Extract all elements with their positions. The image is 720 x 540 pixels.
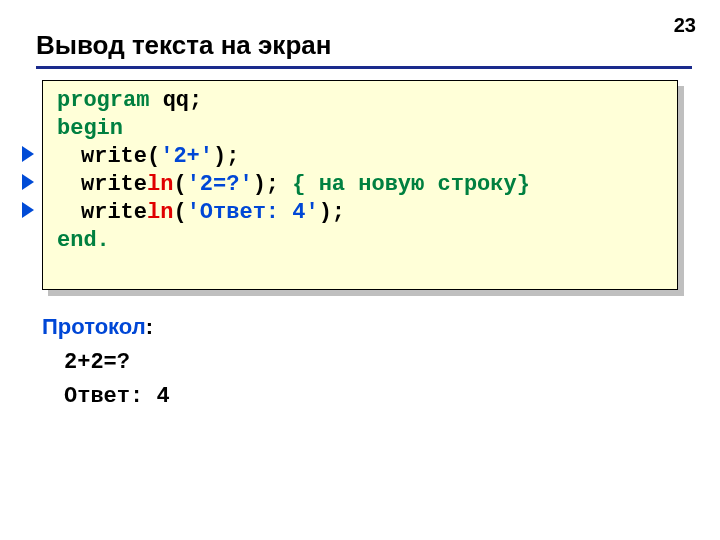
comment: { на новую строку} — [292, 172, 530, 197]
keyword-program: program — [57, 88, 163, 113]
protocol-word: Протокол — [42, 314, 146, 339]
close-paren: ); — [253, 172, 293, 197]
code-line-1: program qq; — [57, 87, 667, 115]
pointer-icon — [22, 174, 34, 190]
string-literal: '2+' — [160, 144, 213, 169]
fn-write-prefix: write — [81, 172, 147, 197]
code-line-3: write('2+'); — [57, 143, 667, 171]
page-number: 23 — [674, 14, 696, 37]
close-paren: ); — [319, 200, 345, 225]
code-box: program qq; begin write('2+'); writeln('… — [42, 80, 678, 290]
output-line-1: 2+2=? — [64, 350, 130, 375]
protocol-label: Протокол: — [42, 314, 153, 340]
string-literal: 'Ответ: 4' — [187, 200, 319, 225]
program-name: qq — [163, 88, 189, 113]
fn-ln-suffix: ln — [147, 200, 173, 225]
open-paren: ( — [173, 200, 186, 225]
keyword-begin: begin — [57, 116, 123, 141]
output-line-2: Ответ: 4 — [64, 384, 170, 409]
fn-ln-suffix: ln — [147, 172, 173, 197]
fn-write-prefix: write — [81, 200, 147, 225]
page-title: Вывод текста на экран — [36, 30, 331, 61]
pointer-icon — [22, 202, 34, 218]
open-paren: ( — [173, 172, 186, 197]
keyword-end: end. — [57, 228, 110, 253]
semicolon: ; — [189, 88, 202, 113]
code-line-6: end. — [57, 227, 667, 255]
code-line-2: begin — [57, 115, 667, 143]
title-rule — [36, 66, 692, 69]
string-literal: '2=?' — [187, 172, 253, 197]
protocol-colon: : — [146, 314, 153, 339]
code-line-4: writeln('2=?'); { на новую строку} — [57, 171, 667, 199]
code-line-5: writeln('Ответ: 4'); — [57, 199, 667, 227]
slide: 23 Вывод текста на экран program qq; beg… — [0, 0, 720, 540]
fn-write: write( — [81, 144, 160, 169]
close-paren: ); — [213, 144, 239, 169]
pointer-icon — [22, 146, 34, 162]
